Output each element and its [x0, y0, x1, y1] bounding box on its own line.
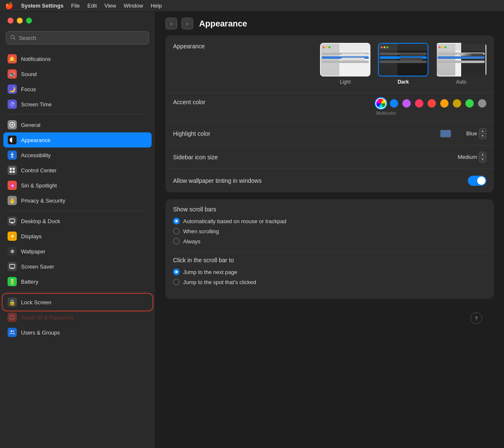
sidebar-item-general[interactable]: General — [3, 117, 152, 132]
click-next-page-label: Jump to the next page — [183, 269, 237, 275]
accent-pink[interactable] — [415, 99, 423, 108]
sidebar-label-controlcenter: Control Center — [21, 167, 57, 174]
sidebar-icon-up-arrow[interactable]: ▲ — [479, 152, 486, 158]
sidebar-icon-stepper: Medium ▲ ▼ — [456, 152, 486, 163]
help-container: ? — [155, 309, 504, 339]
appearance-option-auto[interactable]: Auto — [436, 43, 486, 85]
sidebar-item-siri[interactable]: ✦ Siri & Spotlight — [3, 178, 152, 193]
click-spot-radio[interactable] — [173, 279, 180, 285]
click-spot-label: Jump to the spot that's clicked — [183, 279, 256, 285]
sidebar-icon-arrows: ▲ ▼ — [479, 152, 486, 163]
scroll-scrolling-option[interactable]: When scrolling — [173, 228, 486, 235]
scroll-scrolling-radio[interactable] — [173, 228, 180, 235]
svg-rect-13 — [13, 171, 15, 173]
window-maximize-button[interactable] — [26, 18, 32, 24]
highlight-up-arrow[interactable]: ▲ — [479, 129, 486, 134]
dark-thumb — [378, 43, 428, 76]
svg-rect-10 — [10, 168, 12, 170]
sidebar-label-battery: Battery — [21, 279, 38, 285]
appearance-option-dark[interactable]: Dark — [378, 43, 428, 85]
sidebar-item-privacy[interactable]: 🤚 Privacy & Security — [3, 193, 152, 208]
accent-color-row-dots — [376, 99, 486, 108]
menu-window[interactable]: Window — [123, 3, 143, 9]
wallpaper-tinting-toggle[interactable] — [468, 176, 486, 186]
sidebar-label-screentime: Screen Time — [21, 101, 52, 108]
accent-color-label: Accent color — [173, 99, 376, 105]
sidebar-item-sound[interactable]: 🔊 Sound — [3, 66, 152, 82]
accent-red[interactable] — [428, 99, 436, 108]
app-name: System Settings — [21, 3, 63, 9]
search-box[interactable]: Search — [6, 31, 149, 45]
svg-point-0 — [11, 35, 14, 39]
menu-edit[interactable]: Edit — [87, 3, 97, 9]
content-header: ‹ › Appearance — [155, 12, 504, 35]
wallpaper-tinting-label: Allow wallpaper tinting in windows — [173, 177, 468, 184]
scroll-auto-radio[interactable] — [173, 218, 180, 224]
help-button[interactable]: ? — [470, 312, 482, 324]
click-spot-option[interactable]: Jump to the spot that's clicked — [173, 279, 486, 285]
menu-help[interactable]: Help — [151, 3, 162, 9]
accent-graphite[interactable] — [478, 99, 486, 108]
menu-file[interactable]: File — [71, 3, 80, 9]
scroll-always-label: Always — [183, 238, 200, 245]
highlight-value: Blue — [456, 130, 477, 137]
appearance-option-light[interactable]: Light — [320, 43, 370, 85]
sidebar-item-touchid[interactable]: ☐ Touch ID & Password — [3, 310, 152, 325]
sidebar-item-screentime[interactable]: ⏱ Screen Time — [3, 97, 152, 112]
accent-colors-container: Multicolor — [376, 99, 486, 116]
accent-blue[interactable] — [390, 99, 398, 108]
scroll-always-radio[interactable] — [173, 238, 180, 245]
scroll-auto-label: Automatically based on mouse or trackpad — [183, 218, 286, 224]
svg-point-3 — [11, 124, 13, 126]
accent-color-control: Multicolor — [376, 99, 486, 116]
click-scroll-title: Click in the scroll bar to — [173, 257, 486, 264]
siri-icon: ✦ — [8, 181, 17, 190]
screensaver-icon — [8, 262, 17, 271]
appearance-card: Appearance — [165, 35, 494, 192]
nav-forward-button[interactable]: › — [181, 18, 193, 29]
sidebar-item-notifications[interactable]: 🔔 Notifications — [3, 51, 152, 66]
content-area: ‹ › Appearance Appearance — [155, 12, 504, 448]
sidebar-item-accessibility[interactable]: Accessibility — [3, 148, 152, 163]
svg-point-5 — [12, 153, 13, 154]
highlight-down-arrow[interactable]: ▼ — [479, 134, 486, 139]
sidebar-item-screensaver[interactable]: Screen Saver — [3, 259, 152, 274]
scroll-auto-option[interactable]: Automatically based on mouse or trackpad — [173, 218, 486, 224]
sidebar-icon-size-value: Medium — [456, 154, 477, 160]
scroll-always-option[interactable]: Always — [173, 238, 486, 245]
sidebar-icon-down-arrow[interactable]: ▼ — [479, 157, 486, 162]
svg-rect-16 — [10, 219, 15, 222]
svg-line-9 — [12, 156, 13, 158]
window-minimize-button[interactable] — [17, 18, 23, 24]
apple-menu[interactable]: 🍎 — [5, 2, 13, 10]
accent-purple[interactable] — [402, 99, 411, 108]
sidebar-item-battery[interactable]: 🔋 Battery — [3, 274, 152, 289]
click-next-page-option[interactable]: Jump to the next page — [173, 269, 486, 275]
appearance-options-container: Light — [320, 43, 486, 85]
click-scroll-options: Jump to the next page Jump to the spot t… — [173, 269, 486, 285]
click-next-page-radio[interactable] — [173, 269, 180, 275]
svg-point-21 — [10, 330, 12, 332]
highlight-color-label: Highlight color — [173, 130, 440, 137]
svg-line-1 — [14, 38, 16, 40]
sidebar-item-desktop[interactable]: Desktop & Dock — [3, 213, 152, 229]
accent-multicolor[interactable] — [376, 99, 386, 108]
sidebar-label-wallpaper: Wallpaper — [21, 248, 45, 255]
window-close-button[interactable] — [8, 18, 13, 24]
svg-rect-11 — [13, 168, 15, 170]
sidebar-item-wallpaper[interactable]: ❄ Wallpaper — [3, 244, 152, 259]
svg-point-22 — [13, 331, 14, 332]
sidebar-item-users[interactable]: Users & Groups — [3, 325, 152, 340]
nav-back-button[interactable]: ‹ — [165, 18, 177, 29]
sidebar-item-lockscreen[interactable]: 🔒 Lock Screen — [3, 295, 152, 310]
sidebar-item-focus[interactable]: 🌙 Focus — [3, 82, 152, 97]
accent-green[interactable] — [465, 99, 474, 108]
menu-view[interactable]: View — [105, 3, 116, 9]
accent-sublabel-row: Multicolor — [376, 111, 396, 116]
accent-yellow[interactable] — [453, 99, 461, 108]
accent-orange[interactable] — [440, 99, 449, 108]
sidebar-list: 🔔 Notifications 🔊 Sound 🌙 Focus ⏱ Screen… — [0, 50, 155, 448]
sidebar-item-appearance[interactable]: Appearance — [3, 132, 152, 148]
sidebar-item-controlcenter[interactable]: Control Center — [3, 163, 152, 178]
sidebar-item-displays[interactable]: ✦ Displays — [3, 229, 152, 244]
